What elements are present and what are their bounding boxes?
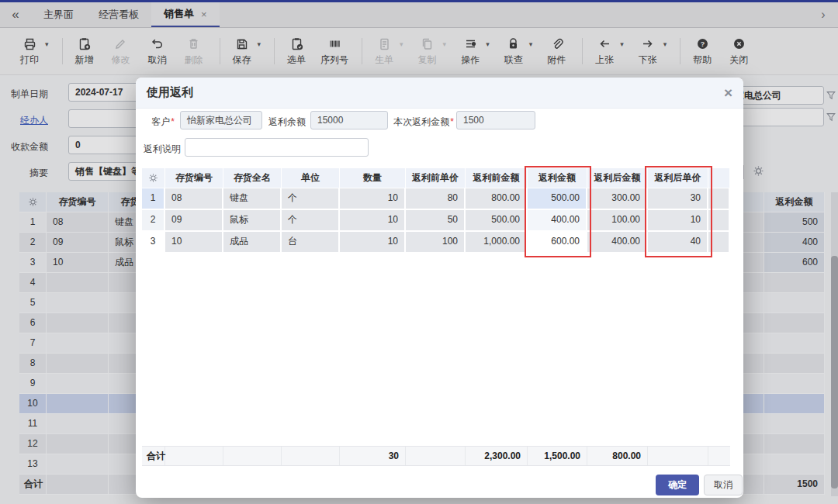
post-rebate-price-cell[interactable]: 10 <box>648 210 708 232</box>
table-row[interactable]: 209鼠标个1050500.00400.00100.0010 <box>142 210 730 232</box>
ok-button[interactable]: 确定 <box>656 475 699 495</box>
grid-settings-gear-icon[interactable] <box>147 172 159 183</box>
column-header[interactable]: 存货编号 <box>165 168 223 188</box>
column-header[interactable]: 返利后单价 <box>648 168 708 188</box>
post-rebate-price-cell[interactable]: 30 <box>648 188 708 210</box>
column-header[interactable]: 返利前金额 <box>466 168 528 188</box>
rebate-amount-cell[interactable]: 400.00 <box>528 210 587 232</box>
customer-label: 客户* <box>142 116 175 129</box>
rebate-amount-label: 本次返利金额* <box>390 116 454 129</box>
rebate-note-label: 返利说明 <box>144 143 181 156</box>
column-header[interactable]: 返利金额 <box>528 168 587 188</box>
dialog-close-icon[interactable]: × <box>724 85 732 100</box>
rebate-balance-field[interactable]: 15000 <box>310 111 388 129</box>
table-total-row: 合计 30 2,300.00 1,500.00 800.00 <box>142 446 730 466</box>
table-row[interactable]: 310成品台101001,000.00600.00400.0040 <box>142 232 730 254</box>
rebate-items-table: 存货编号 存货全名 单位 数量 返利前单价 返利前金额 返利金额 返利后金额 返… <box>142 168 730 254</box>
table-header-row: 存货编号 存货全名 单位 数量 返利前单价 返利前金额 返利金额 返利后金额 返… <box>142 168 730 188</box>
post-rebate-price-cell[interactable]: 40 <box>648 232 708 254</box>
dialog-header: 使用返利 × <box>136 78 743 109</box>
use-rebate-dialog: 使用返利 × 客户* 怡新家电总公司 返利余额 15000 本次返利金额* 15… <box>136 78 743 498</box>
required-mark: * <box>450 116 454 127</box>
column-header <box>708 168 730 188</box>
rebate-amount-cell[interactable]: 500.00 <box>528 188 587 210</box>
dialog-title: 使用返利 <box>147 85 193 100</box>
customer-field[interactable]: 怡新家电总公司 <box>180 111 262 129</box>
column-header[interactable]: 单位 <box>282 168 340 188</box>
rebate-balance-label: 返利余额 <box>268 116 307 129</box>
table-row[interactable]: 108键盘个1080800.00500.00300.0030 <box>142 188 730 210</box>
rebate-note-field[interactable] <box>185 138 369 157</box>
column-header[interactable]: 返利前单价 <box>406 168 466 188</box>
column-header[interactable]: 返利后金额 <box>587 168 648 188</box>
app-window: « 主界面 经营看板 销售单 × › 打印 新增 修改 取消 删除 保存 <box>0 0 838 504</box>
required-mark: * <box>171 116 175 127</box>
rebate-amount-cell[interactable]: 600.00 <box>528 232 587 254</box>
column-header[interactable]: 存货全名 <box>223 168 282 188</box>
column-header[interactable]: 数量 <box>340 168 406 188</box>
cancel-dialog-button[interactable]: 取消 <box>704 475 743 495</box>
rebate-amount-field[interactable]: 1500 <box>456 111 535 129</box>
